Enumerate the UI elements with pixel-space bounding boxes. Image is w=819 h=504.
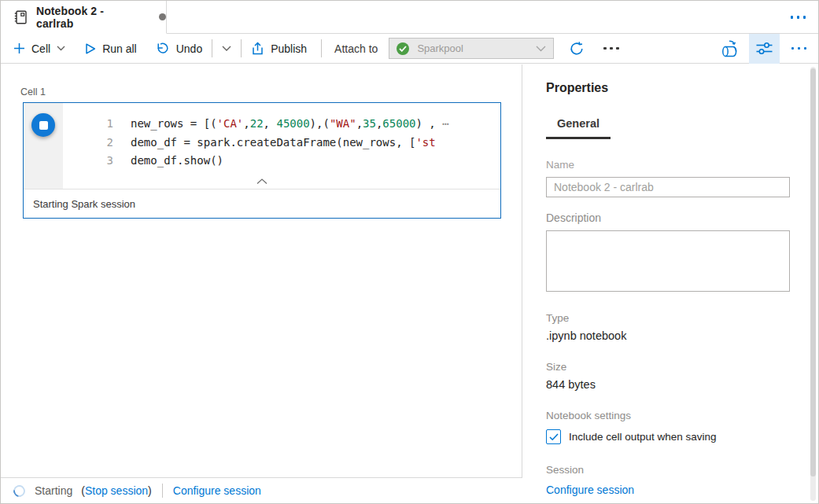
description-label: Description [546,212,790,224]
properties-panel: Properties General Name Description Type… [523,64,818,503]
code-token: 35 [363,117,376,130]
toolbar-divider [321,39,322,57]
stop-icon [39,121,48,130]
run-all-button[interactable]: Run all [85,42,137,55]
code-token: ⋯ [442,117,448,130]
code-cell[interactable]: 1new_rows = [('CA',22, 45000),("WA",35,6… [23,102,501,219]
undo-button[interactable]: Undo [156,42,202,56]
code-token: ),( [310,117,330,130]
code-lines: 1new_rows = [('CA',22, 45000),("WA",35,6… [63,115,499,171]
name-field[interactable] [546,177,790,197]
toolbar-divider [241,39,242,57]
type-value: .ipynb notebook [546,329,790,342]
properties-scrollbar[interactable] [810,67,816,501]
notebook-toolbar: Cell Run all Undo [1,34,818,64]
configure-session-link[interactable]: Configure session [173,484,261,497]
code-line[interactable]: 1new_rows = [('CA',22, 45000),("WA",35,6… [63,115,499,134]
undo-redo-dropdown-button[interactable] [222,46,231,52]
add-icon [13,42,25,54]
stop-session-group: (Stop session) [81,484,152,497]
undo-icon [156,42,170,56]
toolbar-right-group [719,34,819,63]
properties-sliders-icon[interactable] [749,34,780,64]
publish-icon [251,42,264,55]
code-token: 22 [250,117,264,130]
toolbar-more-icon[interactable] [603,47,619,50]
editor-pane: Cell 1 1new_rows = [('CA',22, 45000),("W… [1,64,522,503]
unsaved-indicator-icon [159,13,166,20]
code-token: , [356,117,363,130]
paren-close: ) [148,484,152,497]
tab-general[interactable]: General [546,117,611,139]
tab-bar: Notebook 2 - carlrab [1,1,818,34]
line-number: 1 [63,115,113,134]
collapse-chevron-icon[interactable] [256,178,267,185]
session-state-label: Starting [35,484,72,497]
session-status-bar: Starting (Stop session) Configure sessio… [1,477,522,503]
notebook-window: Notebook 2 - carlrab Cell Run all [0,0,819,504]
properties-title: Properties [546,81,790,95]
toolbar-divider [212,39,212,57]
code-token: 65000 [382,117,415,130]
line-number: 2 [63,134,113,153]
toolbar-right-more-icon[interactable] [791,47,807,50]
code-line[interactable]: 3demo_df.show() [63,152,499,171]
include-output-label: Include cell output when saving [569,431,717,443]
code-token: new_rows = [( [131,117,217,130]
code-token: 45000 [276,117,309,130]
code-token: demo_df = spark.createDataFrame(new_rows… [131,136,415,149]
run-all-label: Run all [102,42,137,55]
connected-check-icon [397,42,409,55]
publish-label: Publish [271,42,307,55]
tab-notebook[interactable]: Notebook 2 - carlrab [1,1,167,34]
notebook-settings-label: Notebook settings [546,410,790,421]
configure-session-panel-link[interactable]: Configure session [546,484,790,496]
scrollbar-thumb[interactable] [810,68,816,476]
code-token: 'st [415,136,435,149]
code-token: ) , [416,117,443,130]
line-number: 3 [63,152,113,171]
spark-pool-select[interactable]: Sparkpool [389,38,554,59]
cell-label: Cell 1 [20,86,46,97]
spark-pool-value: Sparkpool [417,42,463,54]
tab-title: Notebook 2 - carlrab [36,5,142,30]
run-icon [85,42,96,55]
chevron-down-icon [57,46,65,51]
chevron-down-icon [222,46,231,52]
add-cell-label: Cell [31,42,50,55]
session-label: Session [546,464,790,476]
attach-to-label: Attach to [334,42,378,55]
publish-button[interactable]: Publish [251,42,307,55]
size-value: 844 bytes [546,378,790,391]
spinner-icon [11,483,28,499]
code-line[interactable]: 2demo_df = spark.createDataFrame(new_row… [63,134,499,153]
code-token: , [264,117,277,130]
code-token: , [243,117,249,130]
stop-session-link[interactable]: Stop session [85,484,148,497]
type-label: Type [546,312,790,324]
code-token: 'CA' [217,117,244,130]
name-label: Name [546,159,790,171]
description-field[interactable] [546,230,790,292]
stop-execution-button[interactable] [31,113,55,137]
code-editor[interactable]: 1new_rows = [('CA',22, 45000),("WA",35,6… [24,103,500,189]
tab-more-icon[interactable] [791,16,806,19]
refresh-icon[interactable] [569,41,585,57]
add-cell-button[interactable]: Cell [13,42,65,55]
include-output-checkbox[interactable] [546,429,561,444]
chevron-down-icon [536,46,546,52]
spark-session-icon[interactable] [719,39,740,58]
notebook-icon [13,9,28,25]
size-label: Size [546,361,790,373]
undo-label: Undo [176,42,202,55]
cell-status-message: Starting Spark session [24,189,500,218]
code-token: demo_df.show() [131,154,223,167]
code-token: "WA" [330,117,356,130]
status-bar-divider [162,484,163,498]
include-output-row[interactable]: Include cell output when saving [546,429,790,444]
